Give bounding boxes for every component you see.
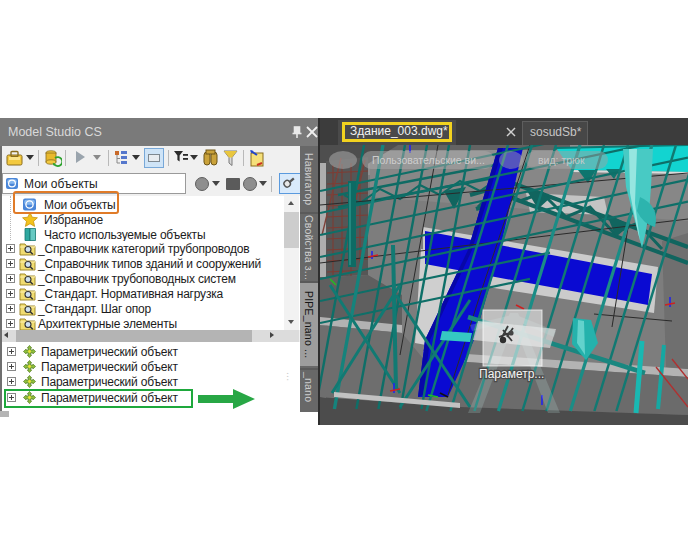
svg-text:вид: трюк: вид: трюк bbox=[538, 154, 585, 166]
svg-text:Пользовательские ви...: Пользовательские ви... bbox=[372, 154, 485, 166]
svg-text:Параметр...: Параметр... bbox=[479, 367, 544, 381]
